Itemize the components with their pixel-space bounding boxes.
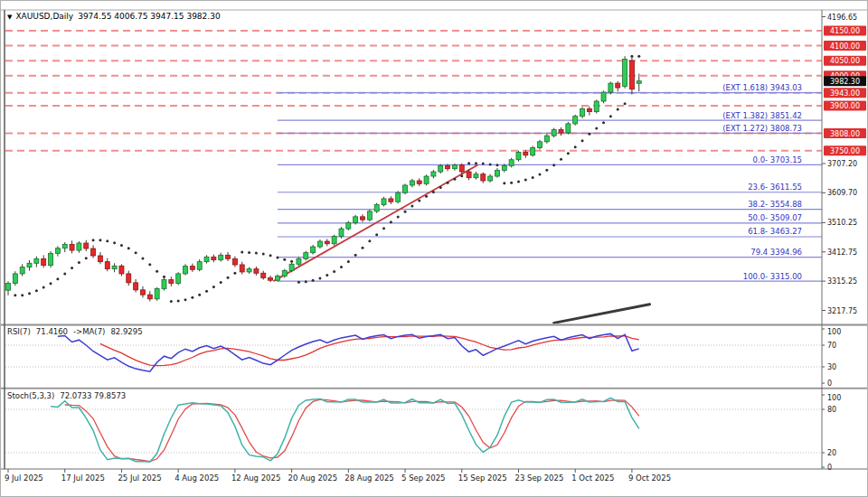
sar-dot	[624, 102, 627, 105]
candle-up	[155, 289, 159, 299]
panel-divider[interactable]	[1, 324, 868, 326]
candle-up	[403, 185, 408, 192]
rsi-value: 71.4160	[36, 327, 68, 336]
candle-up	[544, 136, 549, 142]
candle-up	[49, 253, 53, 265]
sar-dot	[205, 290, 208, 293]
candle-up	[424, 176, 429, 183]
sar-dot	[56, 277, 59, 280]
rsi-line	[58, 333, 639, 371]
sar-dot	[305, 280, 307, 283]
candle-down	[70, 244, 74, 250]
sar-dot	[269, 254, 272, 257]
candle-up	[516, 152, 521, 159]
fib-label: (EXT 1.618) 3943.03	[722, 83, 802, 92]
trading-chart-window: (EXT 1.618) 3943.03(EXT 1.382) 3851.42(E…	[0, 0, 868, 497]
date-label: 17 Jul 2025	[61, 474, 105, 483]
candle-up	[297, 258, 301, 264]
candle-up	[609, 83, 613, 92]
candle-down	[559, 130, 563, 133]
date-label: 28 Aug 2025	[344, 474, 393, 483]
sar-dot	[517, 181, 520, 183]
sar-dot	[78, 261, 80, 264]
candle-down	[240, 265, 244, 272]
sar-dot	[532, 176, 534, 179]
stoch-main-line	[51, 398, 639, 462]
sar-dot	[184, 298, 187, 301]
candle-up	[34, 258, 39, 263]
candle-up	[311, 247, 316, 253]
candle-down	[261, 273, 266, 277]
candle-up	[573, 117, 578, 124]
candle-up	[346, 222, 351, 229]
sar-dot	[135, 251, 137, 254]
candle-up	[184, 267, 188, 274]
candle-down	[325, 241, 329, 244]
stoch-values: 72.0733 79.8573	[60, 391, 126, 400]
sar-dot	[390, 220, 392, 223]
price-axis-label: 3707.20	[827, 160, 857, 168]
sar-dot	[177, 299, 180, 302]
candle-up	[594, 101, 599, 112]
sar-dot	[71, 267, 73, 269]
sar-dot	[113, 241, 116, 244]
candle-up	[289, 264, 294, 270]
chart-canvas[interactable]: (EXT 1.618) 3943.03(EXT 1.382) 3851.42(E…	[1, 1, 868, 497]
candle-down	[147, 295, 152, 299]
price-badge-label: 3943.00	[830, 89, 860, 98]
sar-dot	[410, 205, 413, 208]
sar-dot	[467, 162, 470, 164]
candle-down	[127, 274, 131, 283]
sar-dot	[447, 182, 449, 184]
sar-dot	[156, 270, 158, 273]
candle-up	[62, 244, 67, 248]
sar-dot	[503, 182, 505, 184]
ohlc-values: 3974.55 4006.75 3947.15 3982.30	[78, 12, 220, 21]
candle-up	[538, 142, 542, 148]
sar-dot	[482, 163, 485, 165]
date-label: 12 Aug 2025	[231, 474, 280, 483]
sar-dot	[148, 263, 151, 266]
candle-up	[197, 262, 202, 270]
sar-dot	[418, 200, 420, 202]
sar-dot	[340, 266, 343, 268]
price-axis-label: 4196.65	[827, 14, 857, 22]
sar-dot	[495, 164, 498, 166]
candle-up	[354, 217, 358, 223]
sar-dot	[432, 191, 435, 193]
sar-dot	[581, 139, 584, 142]
candle-up	[20, 267, 24, 274]
fib-label: 23.6- 3611.55	[748, 183, 802, 192]
sar-dot	[28, 292, 31, 295]
sar-dot	[50, 282, 52, 285]
candle-up	[219, 255, 223, 259]
sar-dot	[290, 260, 293, 263]
fib-label: (EXT 1.272) 3808.73	[722, 124, 802, 133]
sar-dot	[362, 247, 364, 249]
sar-dot	[617, 108, 619, 111]
sar-dot	[283, 258, 286, 261]
price-badge-label: 3750.00	[830, 147, 860, 155]
price-axis-label: 3217.75	[827, 307, 857, 315]
fib-label: 38.2- 3554.88	[748, 200, 802, 209]
candle-up	[275, 277, 279, 281]
sar-dot	[233, 272, 236, 275]
sar-dot	[560, 158, 562, 161]
candle-up	[176, 274, 181, 284]
candle-down	[232, 258, 237, 265]
sar-dot	[404, 211, 407, 213]
candle-down	[467, 172, 471, 178]
panel-divider[interactable]	[1, 388, 868, 389]
sar-dot	[489, 163, 492, 165]
sar-dot	[220, 281, 222, 284]
date-label: 9 Oct 2025	[628, 474, 671, 483]
candle-up	[112, 266, 117, 268]
price-badge-label: 3808.00	[830, 130, 860, 138]
sar-dot	[255, 251, 258, 254]
candle-down	[119, 266, 124, 274]
stoch-scale-label: 100	[827, 394, 841, 402]
candle-up	[509, 160, 514, 166]
sar-dot	[333, 270, 335, 273]
sar-dot	[602, 121, 605, 124]
candle-down	[190, 267, 194, 270]
